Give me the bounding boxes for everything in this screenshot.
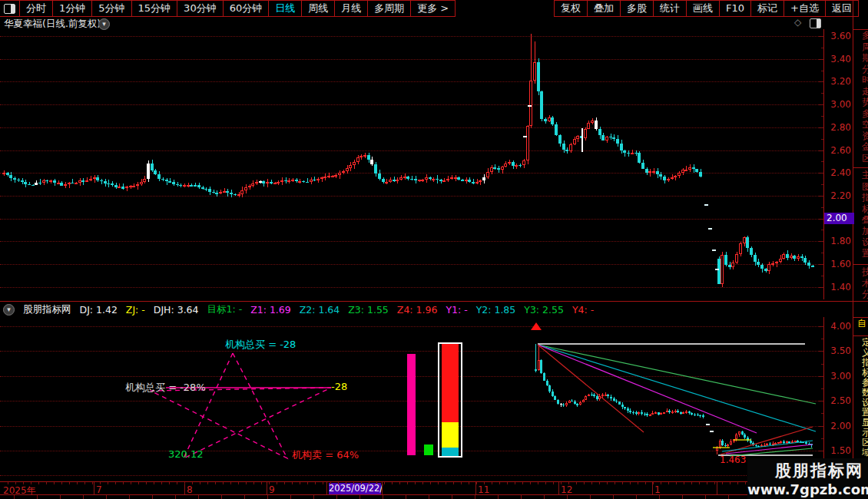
toolbar-period-9[interactable]: 多周期	[367, 0, 411, 17]
x-axis-tick	[453, 482, 454, 484]
toolbar-action-0[interactable]: 复权	[554, 0, 588, 17]
x-axis-tick	[277, 482, 277, 484]
x-axis-tick	[446, 482, 446, 484]
x-axis-tick	[292, 482, 293, 484]
x-axis-tick	[415, 482, 416, 484]
y-axis-label: 2.80	[825, 122, 851, 133]
toolbar-period-7[interactable]: 周线	[301, 0, 335, 17]
strip-char: 数	[862, 388, 868, 398]
sliver-tick	[521, 495, 522, 499]
x-axis-tick	[476, 482, 477, 484]
x-axis-tick	[668, 482, 669, 484]
layout-icon[interactable]	[0, 0, 20, 17]
grid-line	[0, 127, 823, 128]
y-axis-minor-tick	[821, 276, 823, 276]
grid-line	[0, 59, 823, 60]
x-axis-tick	[584, 482, 585, 484]
y-axis-minor-tick	[821, 139, 823, 140]
x-axis-label-6: 12	[561, 484, 572, 495]
grid-line	[0, 475, 823, 476]
x-axis-tick	[522, 482, 523, 484]
toolbar-action-1[interactable]: 叠加	[587, 0, 621, 17]
indicator-value-2: ZJ: -	[126, 304, 145, 316]
sliver-tick	[452, 495, 452, 499]
strip-char: 显	[862, 418, 868, 428]
split-panel-icon[interactable]	[810, 18, 821, 28]
x-axis-tick	[599, 482, 600, 484]
y-axis-minor-tick	[821, 364, 823, 365]
grid-line	[0, 264, 823, 265]
x-axis-tick	[661, 482, 661, 484]
sliver-tick	[221, 495, 222, 499]
x-axis-tick	[407, 482, 408, 484]
y-axis-line	[823, 29, 824, 299]
grid-line	[0, 150, 823, 151]
x-axis-tick	[392, 482, 393, 484]
strip-char: 设	[862, 398, 868, 408]
y-axis-minor-tick	[821, 230, 823, 230]
x-axis-tick	[530, 482, 531, 484]
toolbar-action-6[interactable]: 标记	[750, 0, 784, 17]
strip-divider	[853, 264, 868, 265]
x-axis-tick	[261, 482, 262, 484]
y-axis-label: 4.00	[825, 321, 851, 332]
indicator-value-4: 目标1: -	[207, 303, 243, 316]
toolbar-period-3[interactable]: 15分钟	[131, 0, 178, 17]
x-axis-tick	[591, 482, 592, 484]
x-axis-tick	[553, 482, 554, 484]
x-axis	[0, 481, 853, 495]
x-axis-tick	[77, 482, 78, 484]
strip-char: 期	[862, 53, 868, 64]
main-chart-pane[interactable]	[0, 29, 853, 299]
x-axis-tick	[430, 482, 431, 484]
toolbar-period-6[interactable]: 日线	[268, 0, 302, 17]
strip-char: 示	[862, 428, 868, 438]
strip-char: 势	[862, 97, 868, 109]
y-axis-label: 3.50	[825, 345, 851, 356]
toolbar-action-4[interactable]: 画线	[686, 0, 720, 17]
toolbar-period-5[interactable]: 60分钟	[223, 0, 270, 17]
toolbar-left-group: 分时1分钟5分钟15分钟30分钟60分钟日线周线月线多周期更多 >	[0, 0, 456, 17]
toolbar-period-2[interactable]: 5分钟	[91, 0, 131, 17]
toolbar-action-5[interactable]: F10	[719, 0, 751, 17]
chevron-down-icon[interactable]: ▾	[98, 18, 110, 30]
x-axis-tick	[338, 482, 339, 484]
grid-line	[0, 326, 823, 327]
x-axis-tick	[8, 482, 8, 484]
y-axis-minor-tick	[821, 184, 823, 185]
diamond-icon[interactable]: ◇	[794, 17, 801, 28]
watermark-site-name: 股朋指标网	[747, 460, 863, 481]
indicator-bar-frame	[438, 342, 462, 458]
watermark: 股朋指标网 www.7gpzb.com	[747, 458, 868, 499]
x-axis-tick	[46, 482, 47, 484]
strip-char: 图	[862, 182, 868, 193]
strip-char: 时	[862, 75, 868, 87]
grid-line	[0, 219, 823, 220]
y-axis-line	[823, 317, 824, 481]
grid-line	[0, 173, 823, 173]
strip-char: 金	[862, 142, 868, 154]
indicator-value-10: Y2: 1.85	[476, 304, 516, 316]
strip-char: 资	[862, 131, 868, 143]
toolbar-period-0[interactable]: 分时	[19, 0, 53, 17]
strip-char: 多	[862, 31, 868, 42]
x-axis-tick	[422, 482, 423, 484]
toolbar-action-2[interactable]: 多股	[620, 0, 654, 17]
indicator-chevron-icon[interactable]: ▾	[3, 304, 15, 316]
toolbar-action-7[interactable]: +自选	[784, 0, 826, 17]
toolbar-period-8[interactable]: 月线	[334, 0, 368, 17]
sliver-tick	[14, 495, 15, 499]
sliver-tick	[636, 495, 637, 499]
y-axis-minor-tick	[821, 48, 823, 48]
toolbar-period-4[interactable]: 30分钟	[177, 0, 224, 17]
strip-char: 参	[862, 378, 868, 388]
y-axis-label: 1.80	[825, 236, 851, 246]
toolbar-period-1[interactable]: 1分钟	[52, 0, 92, 17]
toolbar-period-10[interactable]: 更多 >	[410, 0, 456, 17]
indicator-value-7: Z3: 1.55	[348, 304, 389, 316]
sliver-tick	[37, 495, 38, 499]
toolbar-action-3[interactable]: 统计	[653, 0, 687, 17]
y-axis-label: 3.60	[825, 31, 851, 41]
sliver-tick	[244, 495, 245, 499]
y-axis-label: 2.60	[825, 145, 851, 156]
